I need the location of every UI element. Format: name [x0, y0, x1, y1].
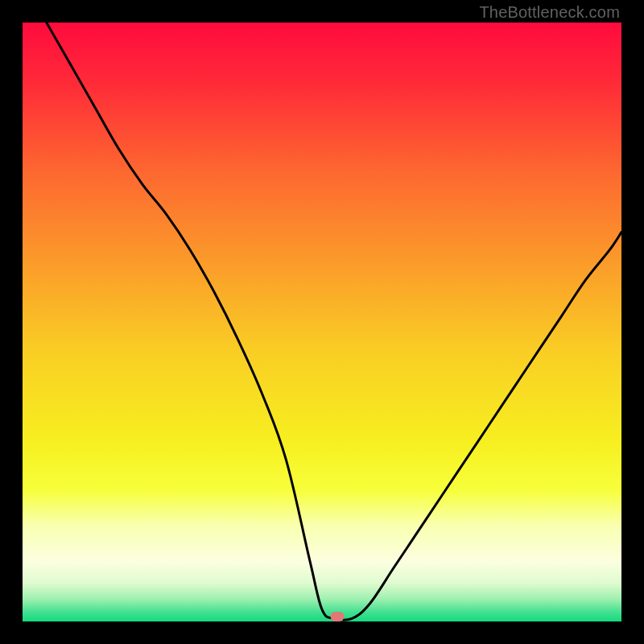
- chart-frame: [23, 23, 621, 621]
- gradient-background: [23, 23, 621, 621]
- optimal-marker: [330, 612, 344, 621]
- watermark-text: TheBottleneck.com: [479, 3, 620, 22]
- bottleneck-chart: [23, 23, 621, 621]
